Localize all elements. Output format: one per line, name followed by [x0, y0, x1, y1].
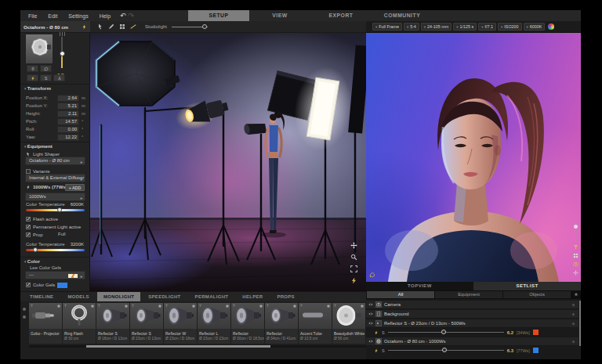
prop-row[interactable]: Prop — [26, 232, 43, 238]
favorite-star-icon[interactable] — [191, 304, 196, 308]
permanent-light-checkbox[interactable] — [26, 225, 31, 229]
octaform-gel-swatch[interactable] — [533, 348, 539, 353]
flash-toggle-button[interactable] — [27, 74, 38, 81]
reflector-power-slider[interactable] — [388, 332, 504, 333]
sensor-format-select[interactable]: Full Frame — [372, 23, 402, 31]
browser-scroll-up-icon[interactable] — [23, 308, 26, 311]
row-star-icon[interactable] — [571, 340, 575, 344]
plug-button[interactable] — [27, 65, 38, 72]
color-gels-row[interactable]: Color Gels — [26, 282, 67, 288]
equipment-card-beautydish[interactable]: Beautydish WhiteØ 56 cm — [332, 303, 365, 344]
equipment-card-accent-tube[interactable]: Accent TubeØ 10,5 cm — [299, 303, 332, 344]
prop-checkbox[interactable] — [26, 232, 31, 237]
shutter-select[interactable]: 1/125 s — [453, 23, 477, 31]
color-temp-knob[interactable] — [57, 207, 62, 212]
color-temp2-knob[interactable] — [33, 247, 38, 252]
filter-icon[interactable] — [573, 244, 578, 250]
equipment-card-reflector-s23[interactable]: Reflector SØ 23cm / D 13cm — [130, 303, 163, 344]
sync-s-button[interactable]: S — [40, 74, 52, 81]
color-temp2-slider[interactable] — [26, 249, 85, 251]
menu-file[interactable]: File — [23, 13, 42, 19]
undo-icon[interactable] — [120, 12, 126, 20]
studiolight-slider-knob[interactable] — [202, 24, 207, 29]
aspect-ratio-select[interactable]: 5:4 — [404, 23, 419, 31]
position-y-input[interactable]: 5.21 — [57, 103, 79, 110]
floor-flash-icon[interactable] — [350, 277, 357, 284]
prop-value[interactable]: Full — [58, 232, 66, 236]
equipment-card-reflector-34[interactable]: ReflectorØ 34cm / D 41cm — [265, 303, 298, 344]
equipment-card-gobo-projector[interactable]: Gobo - Projector — [29, 303, 62, 344]
browser-scroll-down-icon[interactable] — [23, 315, 26, 319]
tripod-button[interactable] — [53, 74, 65, 81]
flash-active-checkbox[interactable] — [26, 217, 31, 222]
favorite-star-icon[interactable] — [56, 304, 61, 308]
height-input[interactable]: 2.11 — [57, 110, 79, 117]
add-power-button[interactable]: ADD — [65, 184, 85, 191]
equipment-card-reflector-30[interactable]: ReflectorØ 30cm / D 18,5cm — [231, 303, 264, 344]
redo-icon[interactable] — [129, 12, 135, 20]
camera-zoom-slider[interactable] — [575, 222, 577, 241]
move-view-icon[interactable] — [573, 270, 578, 276]
row-star-icon[interactable] — [571, 303, 575, 307]
tab-models[interactable]: MODELS — [61, 292, 95, 302]
tab-topview[interactable]: TOPVIEW — [366, 282, 473, 290]
visibility-eye-icon[interactable] — [368, 312, 373, 316]
intensity-slider[interactable] — [61, 37, 63, 68]
tab-timeline[interactable]: TIMELINE — [24, 292, 60, 302]
favorite-star-icon[interactable] — [259, 304, 263, 308]
transform-section-header[interactable]: Transform — [24, 85, 51, 91]
visibility-eye-icon[interactable] — [368, 339, 373, 344]
tab-helper[interactable]: HELPER — [236, 292, 269, 302]
position-x-input[interactable]: 2.64 — [57, 95, 79, 102]
equipment-card-reflector-s18[interactable]: Reflector SØ 18cm / D 13cm — [96, 303, 129, 344]
favorite-star-icon[interactable] — [124, 304, 129, 308]
slider-knob[interactable] — [442, 348, 447, 352]
light-shaper-select[interactable]: Octaform - Ø 80 cm — [25, 157, 85, 165]
favorite-star-icon[interactable] — [90, 304, 95, 308]
equipment-section-header[interactable]: Equipment — [24, 143, 53, 149]
camera-capture-icon[interactable] — [573, 261, 578, 267]
favorite-star-icon[interactable] — [225, 304, 230, 308]
gel-select[interactable]: --- — [25, 271, 85, 279]
tab-setup[interactable]: SETUP — [188, 10, 249, 21]
row-star-icon[interactable] — [571, 322, 575, 326]
favorite-star-icon[interactable] — [326, 304, 331, 308]
zoom-icon[interactable] — [350, 254, 357, 261]
tab-setlist[interactable]: SETLIST — [473, 282, 581, 290]
studio-3d-viewport[interactable] — [90, 33, 366, 291]
intensity-slider-knob[interactable] — [60, 51, 65, 56]
visibility-eye-icon[interactable] — [368, 321, 373, 326]
pan-icon[interactable] — [350, 242, 357, 249]
roll-input[interactable]: 0.00 — [57, 126, 79, 133]
tab-view[interactable]: VIEW — [249, 10, 310, 21]
pen-tool-icon[interactable] — [108, 23, 114, 30]
tab-speedlight[interactable]: SPEEDLIGHT — [142, 292, 187, 302]
menu-settings[interactable]: Settings — [63, 13, 93, 19]
yaw-input[interactable]: 12.22 — [57, 134, 79, 141]
filter-all[interactable]: All — [367, 291, 434, 298]
filter-equipment[interactable]: Equipment — [435, 291, 502, 298]
color-wheel-icon[interactable] — [548, 23, 554, 30]
sync-view-icon[interactable] — [369, 272, 375, 278]
flash-active-row[interactable]: Flash active — [26, 216, 58, 222]
tab-monolight[interactable]: MONOLIGHT — [97, 292, 140, 302]
iso-select[interactable]: ISO200 — [498, 23, 522, 31]
setlist-row-octaform[interactable]: Octaform - Ø 80 cm - 1000Ws — [366, 337, 578, 346]
diffuser-select[interactable]: Internal & External Diffuser — [25, 174, 85, 182]
favorites-filter-icon[interactable] — [574, 292, 578, 297]
menu-help[interactable]: Help — [94, 13, 116, 19]
filter-objects[interactable]: Objects — [503, 291, 571, 298]
lens-select[interactable]: 24-105 mm — [421, 23, 452, 31]
favorite-star-icon[interactable] — [360, 304, 364, 308]
setlist-scrollbar[interactable] — [579, 301, 582, 346]
setlist-row-reflector[interactable]: Reflector S - Ø 23cm / D 13cm - 500Ws — [366, 319, 578, 328]
studiolight-slider[interactable] — [172, 27, 208, 27]
measure-tool-icon[interactable] — [130, 23, 136, 30]
equipment-card-ring-flash[interactable]: Ring FlashØ 30 cm — [63, 303, 96, 344]
permanent-light-row[interactable]: Permanent Light active — [26, 224, 81, 230]
reflector-gel-swatch[interactable] — [533, 330, 539, 335]
aperture-select[interactable]: f/7.1 — [478, 23, 496, 31]
octaform-power-slider[interactable] — [388, 350, 504, 351]
color-gels-checkbox[interactable] — [26, 283, 31, 287]
equipment-card-reflector-l[interactable]: Reflector LØ 23cm / D 23cm — [198, 303, 230, 344]
